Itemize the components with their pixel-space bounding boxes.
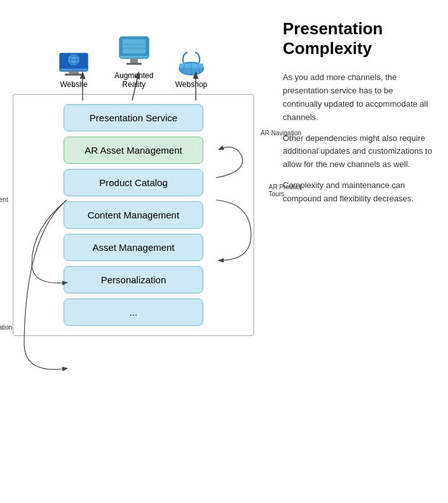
svg-rect-8 <box>65 74 83 76</box>
presentation-service-label: Presentation Service <box>90 112 177 123</box>
ar-asset-management-label: AR Asset Management <box>85 145 182 156</box>
website-icon <box>57 46 90 77</box>
ar-personalization-label: ARPersonalization <box>0 317 12 331</box>
webshop-icon <box>175 46 208 77</box>
services-box: AR Navigation AR ProductTours AR Content… <box>13 94 254 336</box>
product-catalog-card: Product Catalog <box>64 169 203 196</box>
ar-icon-item: AugmentedReality <box>114 30 153 89</box>
website-label: Website <box>60 80 87 89</box>
ellipsis-label: ... <box>130 307 138 318</box>
svg-rect-20 <box>126 63 142 65</box>
ar-content-label: AR Content <box>0 196 8 203</box>
paragraph-3: Complexity and maintenance can compound … <box>283 179 432 206</box>
webshop-label: Webshop <box>175 80 207 89</box>
ar-label: AugmentedReality <box>114 71 153 89</box>
asset-management-label: Asset Management <box>92 242 174 253</box>
presentation-service-card: Presentation Service <box>64 104 203 131</box>
asset-management-card: Asset Management <box>64 234 203 261</box>
webshop-icon-item: Webshop <box>175 46 208 89</box>
paragraph-2: Other dependencies might also require ad… <box>283 132 432 171</box>
panel-title: PresentationComplexity <box>283 19 432 58</box>
personalization-label: Personalization <box>101 274 166 285</box>
text-panel: PresentationComplexity As you add more c… <box>273 6 442 497</box>
ar-icon <box>118 30 151 69</box>
website-icon-item: Website <box>57 46 90 89</box>
paragraph-1: As you add more channels, the presentati… <box>283 71 432 124</box>
ar-product-tours-label: AR ProductTours <box>269 184 301 198</box>
product-catalog-label: Product Catalog <box>99 177 168 188</box>
svg-rect-16 <box>123 39 146 53</box>
content-management-card: Content Management <box>64 201 203 229</box>
svg-rect-19 <box>130 58 138 64</box>
top-icons-row: Website AugmentedReality <box>6 6 273 89</box>
content-management-label: Content Management <box>88 210 179 220</box>
ar-asset-management-card: AR Asset Management <box>64 137 203 164</box>
ellipsis-card: ... <box>64 298 203 326</box>
ar-navigation-label: AR Navigation <box>261 130 301 137</box>
personalization-card: Personalization <box>64 266 203 293</box>
diagram-area: Website AugmentedReality <box>6 6 273 497</box>
